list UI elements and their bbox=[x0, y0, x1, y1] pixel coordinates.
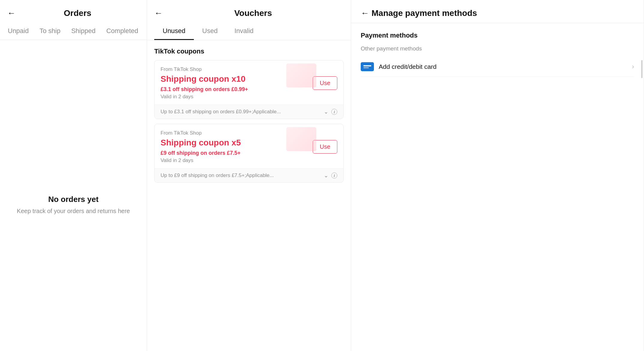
vouchers-section-title: TikTok coupons bbox=[154, 47, 344, 55]
orders-empty-state: No orders yet Keep track of your orders … bbox=[0, 58, 147, 351]
orders-panel: ← Orders Unpaid To ship Shipped Complete… bbox=[0, 0, 147, 351]
vouchers-content: TikTok coupons From TikTok Shop Shipping… bbox=[147, 40, 351, 195]
vouchers-tab-unused[interactable]: Unused bbox=[154, 23, 194, 40]
orders-back-button[interactable]: ← bbox=[7, 9, 16, 17]
payment-content: Payment methods Other payment methods Ad… bbox=[351, 23, 644, 85]
coupon-validity-1: Valid in 2 days bbox=[161, 94, 313, 100]
vouchers-tab-used[interactable]: Used bbox=[194, 23, 226, 40]
coupon-footer-1: Up to £3.1 off shipping on orders £0.99+… bbox=[155, 105, 343, 119]
coupon-watermark-2 bbox=[286, 127, 316, 151]
coupon-main-2: From TikTok Shop Shipping coupon x5 £9 o… bbox=[155, 124, 343, 168]
orders-empty-desc: Keep track of your orders and returns he… bbox=[17, 208, 130, 215]
coupon-footer-text-2: Up to £9 off shipping on orders £7.5+;Ap… bbox=[161, 172, 320, 179]
payment-title: Manage payment methods bbox=[372, 8, 477, 18]
scrollbar[interactable] bbox=[641, 60, 642, 78]
coupon-use-button-2[interactable]: Use bbox=[313, 140, 337, 154]
credit-card-icon bbox=[361, 62, 374, 71]
orders-tab-shipped[interactable]: Shipped bbox=[66, 23, 101, 40]
payment-header: ← Manage payment methods bbox=[351, 0, 644, 23]
payment-method-row-card[interactable]: Add credit/debit card › bbox=[361, 57, 634, 77]
coupon-main-1: From TikTok Shop Shipping coupon x10 £3.… bbox=[155, 60, 343, 105]
coupon-card-1: From TikTok Shop Shipping coupon x10 £3.… bbox=[154, 60, 344, 119]
orders-tab-completed[interactable]: Completed bbox=[101, 23, 143, 40]
orders-tab-to-ship[interactable]: To ship bbox=[34, 23, 66, 40]
coupon-validity-2: Valid in 2 days bbox=[161, 157, 313, 163]
coupon-watermark-1 bbox=[286, 63, 316, 87]
vouchers-header: ← Vouchers bbox=[147, 0, 351, 23]
payment-panel: ← Manage payment methods Payment methods… bbox=[351, 0, 644, 351]
orders-tab-unpaid[interactable]: Unpaid bbox=[2, 23, 34, 40]
coupon-footer-icons-2: ⌄ i bbox=[324, 172, 337, 179]
vouchers-tabs: Unused Used Invalid bbox=[147, 23, 351, 40]
orders-tabs: Unpaid To ship Shipped Completed Returns bbox=[0, 23, 147, 40]
info-icon-2[interactable]: i bbox=[331, 172, 337, 179]
vouchers-title: Vouchers bbox=[163, 8, 344, 18]
coupon-footer-icons-1: ⌄ i bbox=[324, 108, 337, 115]
card-icon-lines bbox=[363, 65, 371, 68]
vouchers-back-button[interactable]: ← bbox=[154, 9, 163, 17]
payment-back-button[interactable]: ← bbox=[361, 9, 369, 17]
card-icon-line1 bbox=[363, 65, 371, 66]
chevron-right-icon: › bbox=[632, 63, 634, 71]
payment-subsection-title: Other payment methods bbox=[361, 45, 634, 52]
info-icon-1[interactable]: i bbox=[331, 109, 337, 115]
chevron-down-icon-2[interactable]: ⌄ bbox=[324, 172, 328, 179]
orders-empty-title: No orders yet bbox=[48, 195, 99, 204]
coupon-footer-2: Up to £9 off shipping on orders £7.5+;Ap… bbox=[155, 168, 343, 182]
chevron-down-icon-1[interactable]: ⌄ bbox=[324, 108, 328, 115]
add-card-label: Add credit/debit card bbox=[379, 63, 632, 70]
orders-title: Orders bbox=[16, 8, 140, 18]
vouchers-tab-invalid[interactable]: Invalid bbox=[226, 23, 262, 40]
card-icon-line2 bbox=[363, 67, 369, 68]
vouchers-panel: ← Vouchers Unused Used Invalid TikTok co… bbox=[147, 0, 351, 351]
payment-section-title: Payment methods bbox=[361, 32, 634, 39]
orders-header: ← Orders bbox=[0, 0, 147, 23]
coupon-footer-text-1: Up to £3.1 off shipping on orders £0.99+… bbox=[161, 109, 320, 115]
coupon-use-button-1[interactable]: Use bbox=[313, 76, 337, 90]
coupon-card-2: From TikTok Shop Shipping coupon x5 £9 o… bbox=[154, 124, 344, 183]
